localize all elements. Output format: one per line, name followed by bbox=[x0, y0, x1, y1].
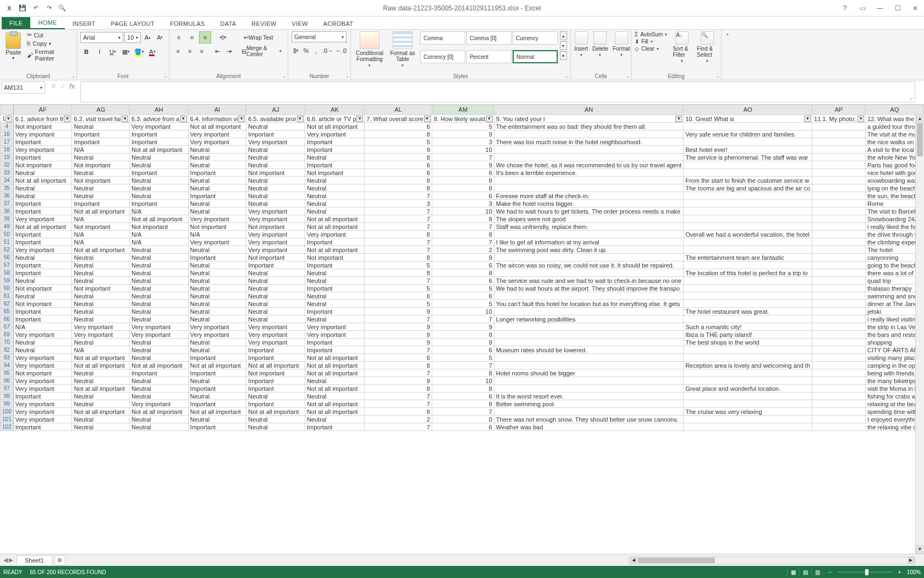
cell[interactable]: 9 bbox=[432, 161, 494, 169]
cell[interactable] bbox=[812, 246, 866, 254]
cell[interactable]: Important bbox=[305, 238, 364, 246]
tab-formulas[interactable]: FORMULAS bbox=[162, 18, 213, 29]
cell[interactable]: 3 bbox=[365, 200, 432, 208]
cell[interactable]: Neutral bbox=[72, 184, 130, 192]
cell[interactable]: 5 bbox=[432, 123, 494, 130]
wrap-text-button[interactable]: ↩Wrap Text bbox=[241, 31, 276, 43]
cell[interactable]: Neutral bbox=[246, 177, 305, 184]
cell[interactable]: The rooms are big and spacious and the a… bbox=[684, 184, 812, 192]
cell[interactable] bbox=[494, 408, 683, 416]
style-comma[interactable]: Comma bbox=[420, 31, 465, 45]
cell[interactable]: Very important bbox=[13, 331, 72, 339]
cell[interactable]: Neutral bbox=[305, 154, 364, 161]
cell[interactable]: Very safe venue for children and familie… bbox=[684, 130, 812, 138]
maximize-icon[interactable]: ☐ bbox=[891, 2, 904, 15]
cell[interactable] bbox=[494, 308, 683, 315]
cell[interactable] bbox=[684, 208, 812, 215]
cell[interactable] bbox=[812, 200, 866, 208]
cell[interactable] bbox=[684, 161, 812, 169]
cell[interactable]: Not important bbox=[246, 254, 305, 261]
format-as-table-button[interactable]: Format as Table▾ bbox=[387, 31, 418, 68]
cell[interactable]: Not important bbox=[13, 369, 72, 377]
cell[interactable]: Important bbox=[305, 285, 364, 292]
cell[interactable]: Important bbox=[188, 169, 246, 177]
increase-indent-icon[interactable]: ⇥ bbox=[224, 45, 234, 57]
row-number[interactable]: 66 bbox=[1, 315, 14, 323]
decrease-decimal-icon[interactable]: ←.0 bbox=[335, 45, 347, 57]
cell[interactable]: 6 bbox=[365, 123, 432, 130]
cell[interactable]: Neutral bbox=[246, 146, 305, 154]
zoom-in-icon[interactable]: + bbox=[898, 569, 901, 575]
cell[interactable]: Museum rates should be lowered. bbox=[494, 346, 683, 354]
cell[interactable]: 8 bbox=[432, 331, 494, 339]
style-gallery-scroll[interactable]: ▴▾▾ bbox=[560, 31, 567, 60]
cell[interactable]: Very important bbox=[130, 400, 189, 408]
filter-header[interactable]: 6.3. advice from a bbox=[130, 115, 189, 123]
font-name-combo[interactable]: Arial▾ bbox=[80, 32, 123, 43]
cell[interactable]: 8 bbox=[432, 369, 494, 377]
cell[interactable]: Very important bbox=[188, 215, 246, 223]
cell[interactable]: Not important bbox=[13, 285, 72, 292]
decrease-font-icon[interactable]: A▾ bbox=[155, 31, 166, 43]
cell[interactable]: Important bbox=[305, 346, 364, 354]
cell[interactable] bbox=[684, 392, 812, 400]
cell[interactable] bbox=[812, 223, 866, 231]
cell[interactable]: 7 bbox=[432, 223, 494, 231]
cell[interactable] bbox=[812, 400, 866, 408]
row-number[interactable]: 61 bbox=[1, 292, 14, 300]
cell[interactable]: Not important bbox=[305, 254, 364, 261]
cell[interactable]: 7 bbox=[365, 192, 432, 200]
cell[interactable]: Neutral bbox=[130, 184, 189, 192]
cell[interactable] bbox=[812, 323, 866, 331]
cell[interactable]: Not important bbox=[13, 161, 72, 169]
cell[interactable]: Important bbox=[246, 354, 305, 362]
cell[interactable]: Very important bbox=[246, 138, 305, 146]
cell[interactable]: 10 bbox=[432, 208, 494, 215]
cell[interactable]: Very important bbox=[188, 238, 246, 246]
cell[interactable] bbox=[684, 354, 812, 362]
cell[interactable]: Neutral bbox=[72, 154, 130, 161]
column-header[interactable]: AK bbox=[305, 105, 364, 115]
cell[interactable]: Neutral bbox=[72, 377, 130, 385]
cell[interactable]: Neutral bbox=[130, 385, 189, 392]
cell[interactable] bbox=[494, 331, 683, 339]
row-number[interactable]: 70 bbox=[1, 339, 14, 346]
cell[interactable]: Neutral bbox=[130, 423, 189, 431]
row-number[interactable]: 1 bbox=[1, 115, 14, 123]
cell[interactable]: 6 bbox=[365, 169, 432, 177]
cell[interactable]: Important bbox=[13, 315, 72, 323]
column-header[interactable]: AQ bbox=[866, 105, 924, 115]
cell[interactable] bbox=[494, 154, 683, 161]
cell[interactable]: Not at all important bbox=[305, 354, 364, 362]
cell[interactable]: Neutral bbox=[246, 123, 305, 130]
cell[interactable]: 8 bbox=[432, 400, 494, 408]
cell[interactable]: Best hotel ever! bbox=[684, 146, 812, 154]
cell[interactable]: Important bbox=[188, 369, 246, 377]
style-normal[interactable]: Normal bbox=[513, 50, 558, 63]
cell[interactable]: 7 bbox=[365, 346, 432, 354]
find-select-button[interactable]: 🔍Find & Select▾ bbox=[697, 31, 718, 63]
cell[interactable]: Neutral bbox=[246, 277, 305, 285]
cell[interactable]: N/A bbox=[72, 215, 130, 223]
cell[interactable]: Important bbox=[72, 200, 130, 208]
cell[interactable]: Important bbox=[13, 423, 72, 431]
cell[interactable]: Important bbox=[246, 261, 305, 269]
row-number[interactable]: 62 bbox=[1, 300, 14, 308]
column-header[interactable]: AL bbox=[365, 105, 432, 115]
cell[interactable] bbox=[812, 269, 866, 277]
cell[interactable]: Not at all important bbox=[305, 123, 364, 130]
cell[interactable] bbox=[812, 377, 866, 385]
page-layout-view-icon[interactable]: ▤ bbox=[799, 568, 811, 576]
cell[interactable]: Not at all important bbox=[188, 123, 246, 130]
cell[interactable]: Neutral bbox=[246, 192, 305, 200]
cell[interactable] bbox=[684, 400, 812, 408]
cell[interactable] bbox=[812, 123, 866, 130]
cell[interactable]: Very important bbox=[72, 323, 130, 331]
delete-cells-button[interactable]: Delete▾ bbox=[592, 31, 608, 57]
cell[interactable]: Neutral bbox=[305, 177, 364, 184]
cell[interactable]: 8 bbox=[432, 269, 494, 277]
cell[interactable]: Neutral bbox=[305, 377, 364, 385]
undo-icon[interactable]: ↶ bbox=[30, 2, 42, 14]
cell[interactable]: Neutral bbox=[188, 339, 246, 346]
cell[interactable]: Neutral bbox=[305, 392, 364, 400]
